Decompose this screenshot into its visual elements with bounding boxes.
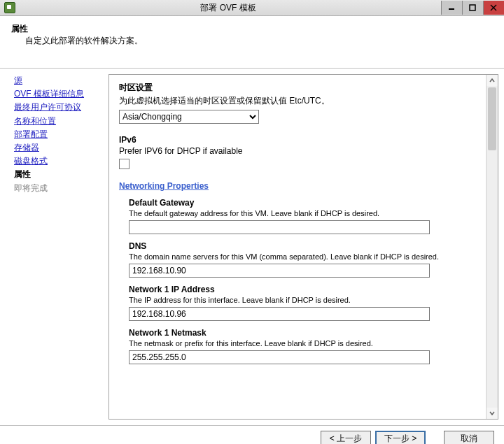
wizard-footer: < 上一步 下一步 > 取消 xyxy=(0,425,504,444)
wizard-body: 源 OVF 模板详细信息 最终用户许可协议 名称和位置 部署配置 存储器 磁盘格… xyxy=(0,69,504,425)
scroll-up-button[interactable] xyxy=(486,75,498,86)
close-button[interactable] xyxy=(483,1,504,15)
field-net1-ip: Network 1 IP Address The IP address for … xyxy=(129,285,477,321)
maximize-icon xyxy=(469,4,476,11)
field-net1-netmask: Network 1 Netmask The netmask or prefix … xyxy=(129,328,477,364)
label-net1-ip: Network 1 IP Address xyxy=(129,285,477,294)
ipv6-desc: Prefer IPV6 for DHCP if available xyxy=(119,146,477,156)
page-title: 属性 xyxy=(11,23,496,35)
label-dns: DNS xyxy=(129,241,477,251)
close-icon xyxy=(490,4,497,11)
next-button[interactable]: 下一步 > xyxy=(375,431,426,444)
step-ready-to-complete: 即将完成 xyxy=(14,182,106,195)
step-deployment-config[interactable]: 部署配置 xyxy=(14,128,106,141)
networking-header: Networking Properties xyxy=(119,181,477,191)
back-button[interactable]: < 上一步 xyxy=(321,431,371,444)
window-buttons xyxy=(441,1,504,15)
desc-default-gateway: The default gateway address for this VM.… xyxy=(129,209,477,217)
step-ovf-details[interactable]: OVF 模板详细信息 xyxy=(14,87,106,101)
page-description: 自定义此部署的软件解决方案。 xyxy=(25,35,496,47)
properties-panel: 时区设置 为此虚拟机选择适当的时区设置或保留默认值 Etc/UTC。 Asia/… xyxy=(108,74,498,420)
timezone-desc: 为此虚拟机选择适当的时区设置或保留默认值 Etc/UTC。 xyxy=(119,95,477,107)
timezone-title: 时区设置 xyxy=(119,82,477,94)
chevron-down-icon xyxy=(489,410,495,416)
wizard-steps: 源 OVF 模板详细信息 最终用户许可协议 名称和位置 部署配置 存储器 磁盘格… xyxy=(0,69,108,425)
label-net1-netmask: Network 1 Netmask xyxy=(129,328,477,338)
input-net1-netmask[interactable] xyxy=(129,350,430,364)
input-net1-ip[interactable] xyxy=(129,307,430,321)
ipv6-checkbox[interactable] xyxy=(119,159,130,169)
step-eula[interactable]: 最终用户许可协议 xyxy=(14,101,106,114)
input-default-gateway[interactable] xyxy=(129,220,430,234)
field-default-gateway: Default Gateway The default gateway addr… xyxy=(129,198,477,234)
app-icon xyxy=(4,2,15,13)
step-name-location[interactable]: 名称和位置 xyxy=(14,115,106,128)
scroll-area: 时区设置 为此虚拟机选择适当的时区设置或保留默认值 Etc/UTC。 Asia/… xyxy=(109,75,486,419)
field-dns: DNS The domain name servers for this VM … xyxy=(129,241,477,278)
desc-net1-ip: The IP address for this interface. Leave… xyxy=(129,296,477,304)
label-default-gateway: Default Gateway xyxy=(129,198,477,208)
maximize-button[interactable] xyxy=(462,1,483,15)
minimize-button[interactable] xyxy=(441,1,462,15)
step-disk-format[interactable]: 磁盘格式 xyxy=(14,155,106,168)
desc-net1-netmask: The netmask or prefix for this interface… xyxy=(129,339,477,348)
titlebar: 部署 OVF 模板 xyxy=(0,0,504,16)
chevron-up-icon xyxy=(489,78,495,83)
input-dns[interactable] xyxy=(129,264,430,278)
scrollbar[interactable] xyxy=(486,75,498,419)
step-source[interactable]: 源 xyxy=(14,74,106,87)
cancel-button[interactable]: 取消 xyxy=(444,431,494,444)
timezone-select[interactable]: Asia/Chongqing xyxy=(119,110,259,124)
minimize-icon xyxy=(448,4,455,11)
step-properties: 属性 xyxy=(14,168,106,181)
main-wrap: 时区设置 为此虚拟机选择适当的时区设置或保留默认值 Etc/UTC。 Asia/… xyxy=(108,69,504,425)
scroll-down-button[interactable] xyxy=(486,408,498,419)
ipv6-group: IPv6 Prefer IPV6 for DHCP if available xyxy=(119,135,477,171)
window-title: 部署 OVF 模板 xyxy=(15,2,441,14)
scroll-thumb[interactable] xyxy=(488,87,496,150)
desc-dns: The domain name servers for this VM (com… xyxy=(129,252,477,261)
ipv6-title: IPv6 xyxy=(119,135,477,145)
step-storage[interactable]: 存储器 xyxy=(14,141,106,155)
svg-rect-1 xyxy=(470,5,475,10)
wizard-header: 属性 自定义此部署的软件解决方案。 xyxy=(0,16,504,68)
